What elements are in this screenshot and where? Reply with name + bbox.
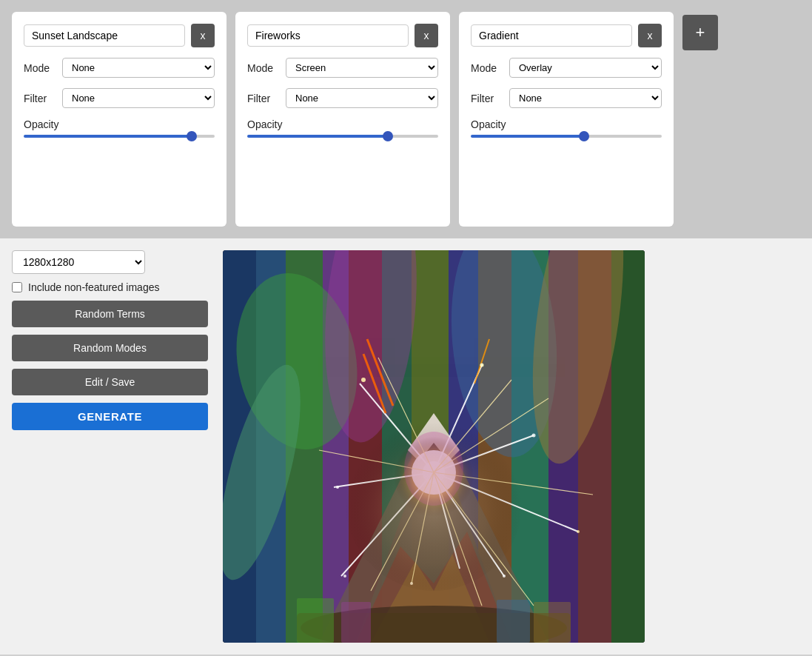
opacity-label-2: Opacity xyxy=(247,118,438,130)
svg-point-52 xyxy=(532,434,536,438)
layer-name-input-2[interactable] xyxy=(247,24,409,47)
filter-label-1: Filter xyxy=(24,93,55,104)
mode-label-3: Mode xyxy=(471,62,502,74)
composite-image xyxy=(223,250,645,643)
opacity-label-3: Opacity xyxy=(471,118,662,130)
layer-header-1: x xyxy=(24,24,215,47)
random-terms-button[interactable]: Random Terms xyxy=(12,301,208,327)
layer-filter-row-3: Filter None Blur Sharpen Grayscale Sepia xyxy=(471,88,662,108)
mode-label-2: Mode xyxy=(247,62,278,74)
bottom-section: 1280x1280 1024x1024 800x800 640x640 512x… xyxy=(0,238,812,655)
mode-label-1: Mode xyxy=(24,62,55,74)
include-non-featured-checkbox[interactable] xyxy=(12,282,22,292)
layer-mode-row-2: Mode None Screen Overlay Multiply Differ… xyxy=(247,58,438,78)
layer-card-3: x Mode None Screen Overlay Multiply Diff… xyxy=(459,12,674,227)
mode-select-3[interactable]: None Screen Overlay Multiply Difference … xyxy=(509,58,662,78)
left-controls: 1280x1280 1024x1024 800x800 640x640 512x… xyxy=(12,250,208,643)
svg-rect-57 xyxy=(297,598,334,643)
filter-select-2[interactable]: None Blur Sharpen Grayscale Sepia xyxy=(286,88,438,108)
svg-point-53 xyxy=(577,530,580,533)
size-select[interactable]: 1280x1280 1024x1024 800x800 640x640 512x… xyxy=(12,250,145,274)
layer-name-input-1[interactable] xyxy=(24,24,185,47)
layer-opacity-section-1: Opacity xyxy=(24,118,215,138)
svg-point-49 xyxy=(361,378,366,382)
layer-opacity-section-2: Opacity xyxy=(247,118,438,138)
layer-name-input-3[interactable] xyxy=(471,24,632,47)
svg-point-50 xyxy=(480,364,484,367)
svg-point-62 xyxy=(345,413,523,591)
filter-select-3[interactable]: None Blur Sharpen Grayscale Sepia xyxy=(509,88,662,108)
layer-header-3: x xyxy=(471,24,662,47)
generate-button[interactable]: GENERATE xyxy=(12,403,208,430)
svg-rect-60 xyxy=(534,602,571,643)
layer-mode-row-3: Mode None Screen Overlay Multiply Differ… xyxy=(471,58,662,78)
layer-card-1: x Mode None Screen Overlay Multiply Diff… xyxy=(12,12,227,227)
layer-close-btn-3[interactable]: x xyxy=(638,24,662,47)
layer-mode-row-1: Mode None Screen Overlay Multiply Differ… xyxy=(24,58,215,78)
include-non-featured-label[interactable]: Include non-featured images xyxy=(28,281,159,293)
add-layer-button[interactable]: + xyxy=(682,15,718,50)
svg-point-55 xyxy=(503,575,506,578)
opacity-slider-2[interactable] xyxy=(247,135,438,138)
mode-select-2[interactable]: None Screen Overlay Multiply Difference … xyxy=(286,58,438,78)
include-non-featured-row: Include non-featured images xyxy=(12,281,208,293)
layer-card-2: x Mode None Screen Overlay Multiply Diff… xyxy=(235,12,450,227)
layer-close-btn-2[interactable]: x xyxy=(415,24,438,47)
filter-select-1[interactable]: None Blur Sharpen Grayscale Sepia xyxy=(62,88,215,108)
mode-select-1[interactable]: None Screen Overlay Multiply Difference … xyxy=(62,58,215,78)
layer-filter-row-1: Filter None Blur Sharpen Grayscale Sepia xyxy=(24,88,215,108)
filter-label-2: Filter xyxy=(247,93,278,104)
layer-header-2: x xyxy=(247,24,438,47)
svg-rect-58 xyxy=(341,602,371,643)
svg-rect-59 xyxy=(497,600,530,643)
opacity-label-1: Opacity xyxy=(24,118,215,130)
layer-opacity-section-3: Opacity xyxy=(471,118,662,138)
image-preview xyxy=(223,250,645,643)
filter-label-3: Filter xyxy=(471,93,502,104)
top-panel: x Mode None Screen Overlay Multiply Diff… xyxy=(0,0,812,238)
opacity-slider-1[interactable] xyxy=(24,135,215,138)
opacity-slider-3[interactable] xyxy=(471,135,662,138)
svg-point-54 xyxy=(343,575,346,578)
svg-point-51 xyxy=(336,486,339,489)
edit-save-button[interactable]: Edit / Save xyxy=(12,369,208,395)
random-modes-button[interactable]: Random Modes xyxy=(12,335,208,361)
layer-close-btn-1[interactable]: x xyxy=(191,24,215,47)
layer-filter-row-2: Filter None Blur Sharpen Grayscale Sepia xyxy=(247,88,438,108)
